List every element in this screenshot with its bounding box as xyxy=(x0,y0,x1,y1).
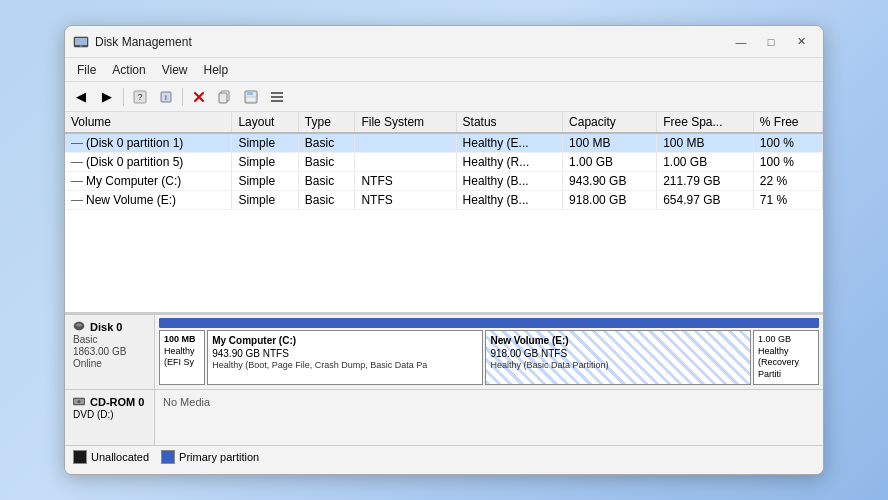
disk0-row: Disk 0 Basic 1863.00 GB Online 100 MB He… xyxy=(65,315,823,390)
menu-file[interactable]: File xyxy=(69,61,104,79)
toolbar-separator-1 xyxy=(123,88,124,106)
close-button[interactable]: ✕ xyxy=(787,31,815,53)
cell-filesystem: NTFS xyxy=(355,172,456,191)
cell-volume: —My Computer (C:) xyxy=(65,172,232,191)
toolbar-separator-2 xyxy=(182,88,183,106)
svg-rect-12 xyxy=(271,92,283,94)
cell-status: Healthy (B... xyxy=(456,172,563,191)
svg-rect-11 xyxy=(246,97,256,102)
col-status[interactable]: Status xyxy=(456,112,563,133)
delete-button[interactable] xyxy=(187,86,211,108)
menu-help[interactable]: Help xyxy=(196,61,237,79)
svg-rect-1 xyxy=(75,38,87,45)
cell-volume: —New Volume (E:) xyxy=(65,191,232,210)
disk0-top-bar xyxy=(159,318,819,328)
partition-efi[interactable]: 100 MB Healthy (EFI Sy xyxy=(159,330,205,385)
col-layout[interactable]: Layout xyxy=(232,112,298,133)
cell-type: Basic xyxy=(298,172,355,191)
cell-freespace: 211.79 GB xyxy=(657,172,754,191)
disk-management-window: Disk Management — □ ✕ File Action View H… xyxy=(64,25,824,475)
legend-bar: Unallocated Primary partition xyxy=(65,445,823,467)
partition-c[interactable]: My Computer (C:) 943.90 GB NTFS Healthy … xyxy=(207,330,483,385)
legend-primary-label: Primary partition xyxy=(179,451,259,463)
window-controls: — □ ✕ xyxy=(727,31,815,53)
menu-action[interactable]: Action xyxy=(104,61,153,79)
svg-rect-10 xyxy=(247,91,253,95)
save-button[interactable] xyxy=(239,86,263,108)
main-content: Volume Layout Type File System Status Ca… xyxy=(65,112,823,474)
cell-status: Healthy (E... xyxy=(456,133,563,153)
col-percentfree[interactable]: % Free xyxy=(753,112,822,133)
cdrom0-content: No Media xyxy=(155,390,823,445)
cell-capacity: 1.00 GB xyxy=(563,153,657,172)
menu-bar: File Action View Help xyxy=(65,58,823,82)
cell-layout: Simple xyxy=(232,172,298,191)
legend-primary: Primary partition xyxy=(161,450,259,464)
legend-unallocated: Unallocated xyxy=(73,450,149,464)
col-capacity[interactable]: Capacity xyxy=(563,112,657,133)
col-type[interactable]: Type xyxy=(298,112,355,133)
copy-button[interactable] xyxy=(213,86,237,108)
cell-volume: —(Disk 0 partition 1) xyxy=(65,133,232,153)
cell-type: Basic xyxy=(298,191,355,210)
svg-rect-14 xyxy=(271,100,283,102)
menu-view[interactable]: View xyxy=(154,61,196,79)
partition-e[interactable]: New Volume (E:) 918.00 GB NTFS Healthy (… xyxy=(485,330,751,385)
svg-point-19 xyxy=(78,400,81,403)
cell-filesystem: NTFS xyxy=(355,191,456,210)
table-row[interactable]: —My Computer (C:)SimpleBasicNTFSHealthy … xyxy=(65,172,823,191)
cell-status: Healthy (B... xyxy=(456,191,563,210)
cell-freespace: 100 MB xyxy=(657,133,754,153)
svg-text:?: ? xyxy=(137,92,142,102)
volume-table[interactable]: Volume Layout Type File System Status Ca… xyxy=(65,112,823,314)
cdrom0-row: CD-ROM 0 DVD (D:) No Media xyxy=(65,390,823,445)
toolbar: ◀ ▶ ? i xyxy=(65,82,823,112)
legend-color-unallocated xyxy=(73,450,87,464)
cdrom0-label: CD-ROM 0 DVD (D:) xyxy=(65,390,155,445)
cell-percentfree: 22 % xyxy=(753,172,822,191)
back-button[interactable]: ◀ xyxy=(69,86,93,108)
cell-freespace: 1.00 GB xyxy=(657,153,754,172)
disk-section: Disk 0 Basic 1863.00 GB Online 100 MB He… xyxy=(65,314,823,474)
legend-color-primary xyxy=(161,450,175,464)
cell-layout: Simple xyxy=(232,133,298,153)
table-row[interactable]: —(Disk 0 partition 1)SimpleBasicHealthy … xyxy=(65,133,823,153)
col-freespace[interactable]: Free Spa... xyxy=(657,112,754,133)
table-header-row: Volume Layout Type File System Status Ca… xyxy=(65,112,823,133)
window-title: Disk Management xyxy=(95,35,727,49)
table-row[interactable]: —New Volume (E:)SimpleBasicNTFSHealthy (… xyxy=(65,191,823,210)
cell-percentfree: 100 % xyxy=(753,133,822,153)
svg-point-2 xyxy=(80,45,82,47)
svg-point-16 xyxy=(76,324,82,327)
cell-filesystem xyxy=(355,133,456,153)
svg-text:i: i xyxy=(165,93,167,102)
cell-type: Basic xyxy=(298,133,355,153)
view-button[interactable] xyxy=(265,86,289,108)
cell-type: Basic xyxy=(298,153,355,172)
svg-rect-8 xyxy=(219,93,227,103)
table-row[interactable]: —(Disk 0 partition 5)SimpleBasicHealthy … xyxy=(65,153,823,172)
cell-freespace: 654.97 GB xyxy=(657,191,754,210)
maximize-button[interactable]: □ xyxy=(757,31,785,53)
cell-capacity: 100 MB xyxy=(563,133,657,153)
cell-status: Healthy (R... xyxy=(456,153,563,172)
app-icon xyxy=(73,34,89,50)
forward-button[interactable]: ▶ xyxy=(95,86,119,108)
legend-unallocated-label: Unallocated xyxy=(91,451,149,463)
minimize-button[interactable]: — xyxy=(727,31,755,53)
disk0-label: Disk 0 Basic 1863.00 GB Online xyxy=(65,315,155,389)
cell-percentfree: 100 % xyxy=(753,153,822,172)
disk0-partitions: 100 MB Healthy (EFI Sy My Computer (C:) … xyxy=(155,315,823,389)
title-bar: Disk Management — □ ✕ xyxy=(65,26,823,58)
col-filesystem[interactable]: File System xyxy=(355,112,456,133)
svg-rect-13 xyxy=(271,96,283,98)
properties-button[interactable]: i xyxy=(154,86,178,108)
cell-layout: Simple xyxy=(232,191,298,210)
cell-percentfree: 71 % xyxy=(753,191,822,210)
cell-filesystem xyxy=(355,153,456,172)
col-volume[interactable]: Volume xyxy=(65,112,232,133)
cell-volume: —(Disk 0 partition 5) xyxy=(65,153,232,172)
disk0-partition-blocks: 100 MB Healthy (EFI Sy My Computer (C:) … xyxy=(159,330,819,385)
partition-recovery[interactable]: 1.00 GB Healthy (Recovery Partiti xyxy=(753,330,819,385)
help-toolbar-button[interactable]: ? xyxy=(128,86,152,108)
